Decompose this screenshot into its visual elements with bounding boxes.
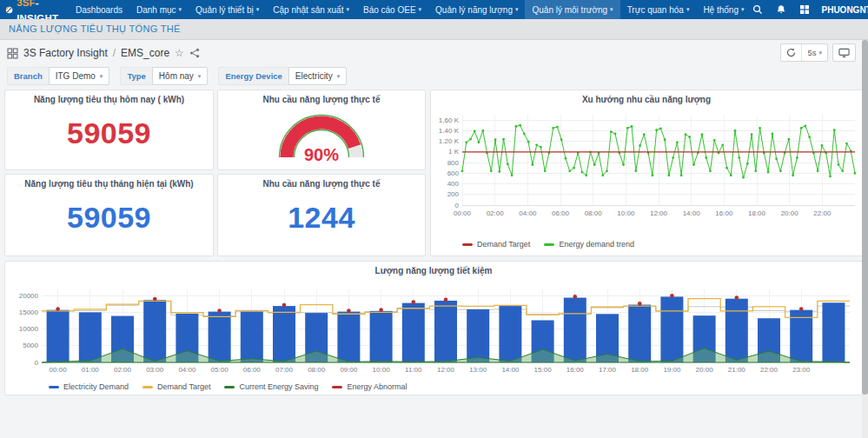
trend-point [544, 169, 547, 172]
trend-point [531, 163, 533, 166]
energy-abnormal-point [444, 298, 448, 302]
breadcrumb-app[interactable]: 3S Factory Insight [23, 47, 108, 59]
electricity-demand-bar [499, 306, 521, 362]
nav-item-he-thong[interactable]: Hệ thống▾ [696, 0, 751, 19]
x-tick-label: 08:00 [585, 209, 603, 217]
legend-item-energy-abnormal[interactable]: Energy Abnormal [332, 382, 407, 391]
filter-group-branch: BranchITG Demo▾ [7, 67, 109, 85]
legend-item-electricity-demand[interactable]: Electricity Demand [49, 382, 129, 391]
nav-item-label: Báo cáo OEE [363, 5, 416, 15]
legend-dash-icon [544, 243, 554, 246]
main-menu: DashboardsDanh mục▾Quản lý thiết bị▾Cập … [69, 0, 751, 19]
search-icon[interactable] [752, 3, 764, 16]
nav-item-quan-ly-moi-truong[interactable]: Quản lý môi trường▾ [525, 0, 620, 19]
trend-point [817, 169, 819, 172]
refresh-interval-select[interactable]: 5s ▾ [801, 44, 827, 61]
trend-point [631, 125, 633, 128]
trend-point [540, 146, 542, 149]
nav-item-cap-nhat-san-xuat[interactable]: Cập nhật sản xuất▾ [266, 0, 356, 19]
energy-abnormal-point [799, 307, 804, 311]
trend-point [726, 167, 728, 169]
trend-point [672, 156, 674, 159]
trend-point [469, 138, 472, 141]
notifications-bell-icon[interactable] [775, 3, 787, 16]
demand-trend-chart[interactable]: 02004006008001 K1.20 K1.40 K1.60 K00:000… [431, 108, 860, 235]
trend-point [601, 174, 604, 176]
electricity-demand-bar [47, 310, 70, 362]
energy-saving-chart[interactable]: 0500010000150002000000:0001:0002:0003:00… [5, 279, 860, 378]
dashboard-screen: 3SF-INSIGHT DashboardsDanh mục▾Quản lý t… [0, 0, 868, 438]
dashboards-grid-icon[interactable] [7, 48, 18, 59]
x-tick-label: 16:00 [567, 366, 585, 374]
gauge-chart: 90% [268, 108, 375, 165]
x-tick-label: 03:00 [146, 366, 164, 374]
breadcrumb-dashboard[interactable]: EMS_core [121, 47, 169, 59]
brand-text-accent: 3SF [17, 0, 36, 8]
trend-point [841, 169, 844, 172]
trend-point [573, 167, 575, 169]
trend-point [535, 143, 538, 146]
nav-item-truc-quan-hoa[interactable]: Trực quan hóa▾ [620, 0, 697, 19]
panel-title[interactable]: Lượng năng lượng tiết kiệm [5, 262, 862, 279]
trend-point [833, 129, 836, 131]
legend-item-demand-target[interactable]: Demand Target [462, 240, 530, 249]
nav-item-label: Dashboards [76, 5, 123, 15]
nav-item-dashboards[interactable]: Dashboards [69, 0, 129, 19]
electricity-demand-bar [660, 296, 683, 362]
stat-value-month: 59059 [5, 192, 213, 242]
electricity-demand-bar [822, 302, 845, 362]
legend-item-current-energy-saving[interactable]: Current Energy Saving [224, 382, 318, 391]
trend-point [829, 176, 832, 178]
filter-select-branch[interactable]: ITG Demo▾ [49, 67, 110, 85]
nav-item-label: Trực quan hóa [627, 5, 684, 15]
panel-title[interactable]: Năng lượng tiêu thụ hôm nay ( kWh) [5, 90, 213, 108]
scrollbar-thumb[interactable] [862, 40, 868, 395]
legend-label: Current Energy Saving [239, 382, 318, 391]
page-title: NĂNG LƯỢNG TIÊU THỤ TỔNG THỂ [0, 19, 868, 40]
nav-item-bao-cao-oee[interactable]: Báo cáo OEE▾ [356, 0, 428, 19]
refresh-button[interactable] [781, 44, 801, 61]
filter-select-energy-device[interactable]: Electricity▾ [288, 67, 347, 85]
energy-abnormal-point [217, 309, 222, 313]
legend-label: Demand Target [157, 382, 210, 391]
x-tick-label: 00:00 [50, 366, 68, 374]
scrollbar[interactable] [862, 40, 868, 438]
chevron-down-icon: ▾ [179, 6, 182, 13]
user-name: PHUONGNT [822, 5, 868, 15]
user-menu[interactable]: PHUONGNT ▾ [822, 5, 868, 15]
legend-item-demand-target[interactable]: Demand Target [142, 382, 210, 391]
share-icon[interactable] [189, 48, 200, 58]
trend-point [626, 127, 629, 129]
legend-dash-icon [49, 386, 59, 388]
y-tick-label: 0 [35, 359, 39, 367]
panel-title[interactable]: Năng lượng tiêu thụ tháng hiện tại (kWh) [5, 175, 213, 192]
chevron-down-icon: ▾ [198, 73, 202, 80]
refresh-icon [786, 48, 796, 57]
filter-select-type[interactable]: Hôm nay▾ [152, 67, 209, 85]
electricity-demand-bar [564, 298, 586, 362]
panel-demand-actual: Nhu cầu năng lượng thực tế 1244 [217, 174, 426, 256]
trend-point [838, 163, 840, 166]
gauge-value-label: 90% [304, 145, 339, 164]
trend-point [796, 156, 798, 159]
electricity-demand-bar [79, 312, 102, 362]
x-tick-label: 13:00 [469, 366, 487, 374]
nav-item-quan-ly-nang-luong[interactable]: Quản lý năng lượng▾ [428, 0, 525, 19]
stat-value-demand: 1244 [218, 192, 425, 242]
energy-abnormal-point [735, 295, 739, 300]
panel-title[interactable]: Nhu cầu năng lượng thực tế [218, 175, 425, 192]
panel-title[interactable]: Xu hướng nhu cầu năng lượng [431, 90, 862, 108]
kiosk-mode-button[interactable] [833, 44, 855, 61]
favorite-star-icon[interactable]: ☆ [175, 48, 184, 58]
nav-item-quan-ly-thiet-bi[interactable]: Quản lý thiết bị▾ [189, 0, 266, 19]
trend-point [651, 174, 653, 176]
apps-grid-icon[interactable] [798, 3, 811, 16]
y-tick-label: 1.40 K [439, 127, 460, 135]
nav-item-danh-muc[interactable]: Danh mục▾ [129, 0, 189, 19]
trend-point [746, 163, 749, 165]
trend-point [685, 133, 687, 136]
trend-point [560, 138, 563, 141]
panel-title[interactable]: Nhu cầu năng lượng thực tế [218, 90, 425, 108]
trend-point [854, 172, 857, 175]
legend-item-energy-demand-trend[interactable]: Energy demand trend [544, 240, 634, 249]
